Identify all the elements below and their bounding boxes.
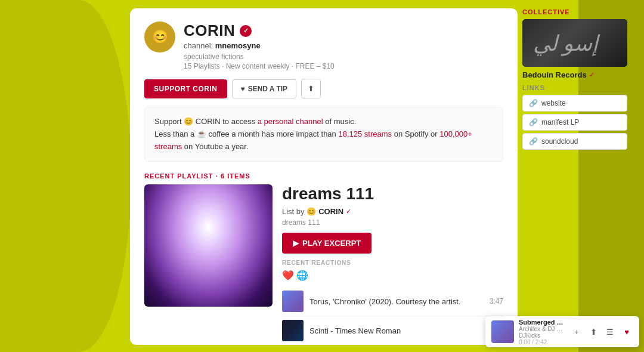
player-label: DJKicks — [519, 332, 565, 339]
track-duration-1: 3:47 — [490, 297, 503, 305]
playlist-section: RECENT PLAYLIST · 6 ITEMS dreams 111 Lis… — [130, 170, 518, 345]
support-prefix: Support 😊 CORIN to access — [154, 117, 258, 126]
support-line2: Less than a ☕ coffee a month has more im… — [154, 128, 493, 153]
play-icon: ▶ — [293, 239, 299, 248]
link-label-manifest: manifest LP — [541, 118, 579, 126]
link-icon-soundcloud: 🔗 — [529, 137, 538, 146]
links-label: LINKS — [522, 84, 627, 91]
playlist-cover — [144, 184, 273, 307]
support-box: Support 😊 CORIN to access a personal cha… — [144, 107, 503, 162]
collective-image-inner: إسو لي — [522, 19, 627, 67]
tip-label: SEND A TIP — [248, 85, 287, 93]
reactions: ❤️ 🌐 — [282, 270, 503, 281]
streams-highlight1: 18,125 streams — [338, 129, 392, 138]
link-manifest[interactable]: 🔗 manifest LP — [522, 114, 627, 131]
tip-button[interactable]: ♥ SEND A TIP — [232, 79, 297, 98]
collective-name-row: Bedouin Records ✓ — [522, 70, 627, 79]
tagline: speculative fictions — [184, 53, 503, 61]
track-thumb-torus — [282, 291, 304, 312]
player-heart-button[interactable]: ♥ — [620, 325, 633, 338]
main-card: 😊 CORIN ✓ channel: mnemosyne speculative… — [130, 8, 518, 345]
reactions-section: RECENT REACTIONS ❤️ 🌐 — [282, 260, 503, 287]
avatar: 😊 — [144, 21, 175, 53]
player-controls: + ⬆ ☰ ♥ — [570, 325, 633, 338]
player-title: Submerged (Mixed) — [519, 319, 565, 326]
personal-channel-link[interactable]: a personal channel — [258, 117, 323, 126]
link-icon-website: 🔗 — [529, 99, 538, 107]
playlist-artist: CORIN — [318, 207, 343, 216]
mini-player: Submerged (Mixed) Architex & DJ Loxy DJK… — [485, 316, 639, 347]
calligraphy-svg: إسو لي — [527, 22, 623, 64]
playlist-main: dreams 111 List by 😊 CORIN ✓ dreams 111 … — [144, 184, 503, 345]
player-info: Submerged (Mixed) Architex & DJ Loxy DJK… — [519, 319, 565, 345]
verified-small: ✓ — [346, 208, 351, 215]
track-name-1: Torus, 'Chroniko' (2020). Courtesy the a… — [309, 297, 484, 306]
collective-name: Bedouin Records — [522, 70, 587, 79]
collective-image: إسو لي — [522, 19, 627, 67]
playlist-cover-inner — [144, 184, 273, 307]
right-panel: COLLECTIVE إسو لي Bedouin Records ✓ LINK… — [522, 8, 627, 152]
support-line2-middle: on Spotify or — [392, 129, 439, 138]
support-line2-prefix: Less than a ☕ coffee a month has more im… — [154, 129, 338, 138]
player-add-button[interactable]: + — [570, 325, 583, 338]
time-total: 2:42 — [535, 339, 547, 345]
support-line2-suffix: on Youtube a year. — [182, 142, 248, 151]
playlist-desc: dreams 111 — [282, 218, 503, 227]
card-header: 😊 CORIN ✓ channel: mnemosyne speculative… — [130, 8, 518, 79]
link-website[interactable]: 🔗 website — [522, 95, 627, 112]
bg-left — [0, 0, 131, 352]
channel-name: mnemosyne — [215, 41, 261, 50]
reactions-label: RECENT REACTIONS — [282, 260, 503, 266]
play-excerpt-button[interactable]: ▶ PLAY EXCERPT — [282, 233, 371, 254]
support-button[interactable]: SUPPORT CORIN — [144, 79, 227, 98]
track-item: Scinti - Times New Roman 4:09 — [282, 316, 503, 345]
track-name-2: Scinti - Times New Roman — [309, 326, 484, 335]
time-current: 0:00 — [519, 339, 530, 345]
playlist-by: List by 😊 CORIN ✓ — [282, 207, 503, 216]
link-icon-manifest: 🔗 — [529, 118, 538, 126]
playlist-info: dreams 111 List by 😊 CORIN ✓ dreams 111 … — [282, 184, 503, 345]
items-count: 6 ITEMS — [221, 172, 250, 180]
track-item: Torus, 'Chroniko' (2020). Courtesy the a… — [282, 287, 503, 316]
link-label-soundcloud: soundcloud — [541, 137, 578, 146]
collective-verified: ✓ — [589, 71, 595, 79]
artist-name: CORIN — [184, 21, 235, 40]
share-icon: ⬆ — [308, 84, 314, 93]
support-suffix: of music. — [323, 117, 357, 126]
share-button[interactable]: ⬆ — [301, 79, 321, 98]
action-row: SUPPORT CORIN ♥ SEND A TIP ⬆ — [130, 79, 518, 107]
player-artist: Architex & DJ Loxy — [519, 326, 565, 332]
player-share-button[interactable]: ⬆ — [587, 325, 600, 338]
reaction-heart: ❤️ — [282, 270, 294, 281]
play-label: PLAY EXCERPT — [302, 239, 361, 248]
player-time: 0:00 / 2:42 — [519, 339, 565, 345]
channel-label: channel: — [184, 41, 213, 50]
link-soundcloud[interactable]: 🔗 soundcloud — [522, 133, 627, 150]
support-line1: Support 😊 CORIN to access a personal cha… — [154, 116, 493, 128]
meta-line: 15 Playlists · New content weekly · FREE… — [184, 62, 503, 70]
channel-row: channel: mnemosyne — [184, 41, 503, 50]
list-by-prefix: List by 😊 — [282, 207, 316, 216]
playlist-label-row: RECENT PLAYLIST · 6 ITEMS — [144, 170, 503, 181]
artist-name-row: CORIN ✓ — [184, 21, 503, 40]
link-label-website: website — [541, 99, 566, 107]
playlist-title: dreams 111 — [282, 184, 503, 203]
collective-label: COLLECTIVE — [522, 8, 627, 16]
reaction-globe: 🌐 — [296, 270, 308, 281]
recent-playlist-label: RECENT PLAYLIST — [144, 172, 213, 180]
header-info: CORIN ✓ channel: mnemosyne speculative f… — [184, 21, 503, 70]
heart-icon: ♥ — [241, 85, 245, 93]
player-queue-button[interactable]: ☰ — [603, 325, 617, 338]
player-thumbnail — [491, 320, 514, 343]
svg-text:إسو لي: إسو لي — [533, 32, 600, 56]
track-thumb-scinti — [282, 320, 304, 341]
verified-badge: ✓ — [240, 25, 252, 37]
